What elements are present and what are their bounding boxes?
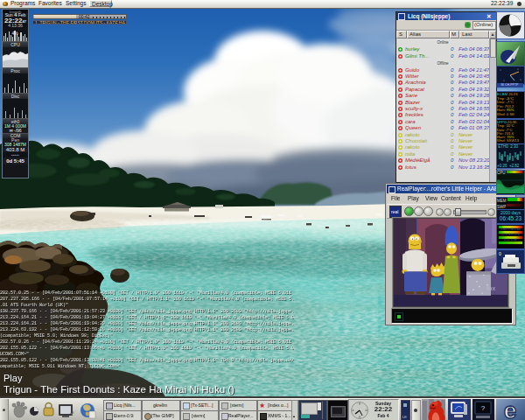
svg-text:fox: fox — [486, 285, 496, 291]
svg-text:?: ? — [481, 404, 486, 412]
svg-text:4%: 4% — [11, 31, 18, 36]
svg-text:e: e — [504, 399, 516, 420]
